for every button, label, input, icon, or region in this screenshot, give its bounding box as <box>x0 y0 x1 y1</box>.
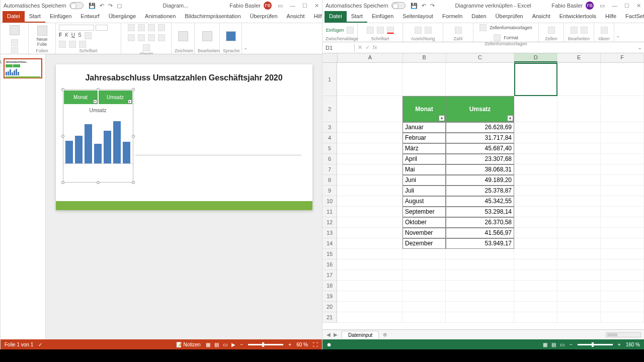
cell-A15[interactable] <box>337 249 403 259</box>
cell-A17[interactable] <box>337 270 403 281</box>
font-color-icon[interactable] <box>59 41 66 48</box>
number-format-icon[interactable] <box>455 27 462 34</box>
user-avatar[interactable]: FB <box>586 2 594 10</box>
slideshow-view-icon[interactable]: ▶ <box>231 342 235 347</box>
cell-A19[interactable] <box>337 291 403 302</box>
cell-B19[interactable] <box>403 291 446 302</box>
cell-C15[interactable] <box>446 249 514 259</box>
row-header[interactable]: 13 <box>323 228 337 238</box>
tab-help[interactable]: Hilfe <box>601 11 621 23</box>
format-painter-icon[interactable] <box>347 27 354 34</box>
cut-icon[interactable] <box>11 39 18 46</box>
paste-button[interactable] <box>8 24 22 36</box>
fill-color-icon[interactable] <box>377 27 384 34</box>
cell-E14[interactable] <box>557 238 601 249</box>
tab-review[interactable]: Überprüfen <box>246 11 282 23</box>
cell-C18[interactable] <box>446 281 514 291</box>
underline-button[interactable]: U <box>71 32 75 39</box>
cell-A7[interactable] <box>337 164 403 175</box>
ribbon-collapse-icon[interactable]: ⌃ <box>614 23 621 42</box>
cell-C9[interactable]: 25.378,87 <box>446 186 514 196</box>
row-header[interactable]: 20 <box>323 302 337 312</box>
row-header[interactable]: 4 <box>323 133 337 143</box>
tab-view[interactable]: Ansicht <box>528 11 555 23</box>
row-header[interactable]: 18 <box>323 281 337 291</box>
cancel-fx-icon[interactable]: ✕ <box>358 44 362 51</box>
row-header[interactable]: 16 <box>323 259 337 270</box>
autosave-toggle[interactable] <box>69 2 84 9</box>
zoom-in-icon[interactable]: + <box>618 342 621 347</box>
align-right-icon[interactable] <box>158 34 165 41</box>
row-header[interactable]: 7 <box>323 164 337 175</box>
selection-handle[interactable] <box>61 181 64 184</box>
cell-F2[interactable] <box>601 96 644 122</box>
cell-F3[interactable] <box>601 122 644 133</box>
cell-E5[interactable] <box>557 143 601 154</box>
justify-icon[interactable] <box>143 44 150 51</box>
cell-C14[interactable]: 53.949,17 <box>446 238 514 249</box>
page-break-view-icon[interactable]: ▭ <box>560 342 565 347</box>
cell-F19[interactable] <box>601 291 644 302</box>
cell-F21[interactable] <box>601 312 644 323</box>
filter-icon[interactable]: ▾ <box>439 115 445 121</box>
cell-F18[interactable] <box>601 281 644 291</box>
cell-D16[interactable] <box>514 259 557 270</box>
italic-button[interactable]: K <box>65 32 68 39</box>
cell-F16[interactable] <box>601 259 644 270</box>
cell-E17[interactable] <box>557 270 601 281</box>
tab-developer[interactable]: Entwicklertools <box>555 11 601 23</box>
notes-button[interactable]: 📝 Notizen <box>176 342 201 347</box>
cell-D15[interactable] <box>514 249 557 259</box>
slide-title[interactable]: Jahresabschluss Umsatzzahlen Geschäftsja… <box>63 73 305 82</box>
tab-review[interactable]: Überprüfen <box>491 11 528 23</box>
dictate-button[interactable] <box>224 30 238 42</box>
tab-data[interactable]: Daten <box>467 11 491 23</box>
cell-B6[interactable]: April <box>403 154 446 164</box>
align-center-icon[interactable] <box>148 34 155 41</box>
tab-file[interactable]: Datei <box>325 11 347 23</box>
row-header[interactable]: 21 <box>323 312 337 323</box>
cell-A18[interactable] <box>337 281 403 291</box>
row-header[interactable]: 11 <box>323 207 337 217</box>
align-left-icon[interactable] <box>138 34 145 41</box>
row-header[interactable]: 2 <box>323 96 337 122</box>
cell-C5[interactable]: 45.687,40 <box>446 143 514 154</box>
minimize-icon[interactable]: — <box>612 3 617 9</box>
col-header-D[interactable]: D <box>514 53 557 62</box>
cell-A8[interactable] <box>337 175 403 186</box>
cell-A9[interactable] <box>337 186 403 196</box>
cell-A4[interactable] <box>337 133 403 143</box>
cell-E12[interactable] <box>557 217 601 228</box>
bullets-icon[interactable] <box>128 24 135 31</box>
cell-C20[interactable] <box>446 302 514 312</box>
cell-E6[interactable] <box>557 154 601 164</box>
row-header[interactable]: 1 <box>323 63 337 96</box>
cell-A5[interactable] <box>337 143 403 154</box>
selection-handle[interactable] <box>132 135 135 138</box>
filter-icon[interactable]: ▾ <box>507 115 513 121</box>
autosum-icon[interactable] <box>571 27 578 34</box>
font-color-icon[interactable] <box>387 27 394 34</box>
cell-E2[interactable] <box>557 96 601 122</box>
redo-icon[interactable]: ↷ <box>108 3 113 9</box>
cell-D13[interactable] <box>514 228 557 238</box>
cell-C21[interactable] <box>446 312 514 323</box>
cell-F14[interactable] <box>601 238 644 249</box>
cell-B8[interactable]: Juni <box>403 175 446 186</box>
formula-input[interactable] <box>380 47 635 49</box>
cell-A13[interactable] <box>337 228 403 238</box>
close-icon[interactable]: ✕ <box>636 3 641 9</box>
cell-A10[interactable] <box>337 196 403 207</box>
cell-A11[interactable] <box>337 207 403 217</box>
cell-D6[interactable] <box>514 154 557 164</box>
cell-B9[interactable]: Juli <box>403 186 446 196</box>
zoom-slider[interactable] <box>248 344 283 345</box>
cell-A16[interactable] <box>337 259 403 270</box>
fx-icon[interactable]: fx <box>373 44 377 51</box>
cell-E16[interactable] <box>557 259 601 270</box>
drawing-button[interactable] <box>176 30 190 42</box>
maximize-icon[interactable]: ☐ <box>624 3 629 9</box>
sorter-view-icon[interactable]: ▤ <box>214 342 219 347</box>
cell-B10[interactable]: August <box>403 196 446 207</box>
row-header[interactable]: 12 <box>323 217 337 228</box>
